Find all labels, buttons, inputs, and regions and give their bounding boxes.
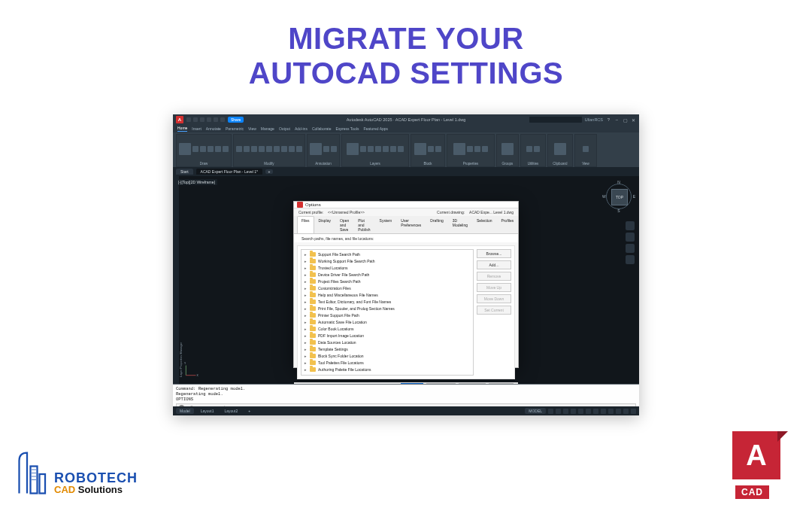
expand-icon[interactable]: ▸	[303, 272, 308, 277]
viewcube-face[interactable]: TOP	[611, 189, 628, 205]
tool-icon[interactable]	[414, 143, 426, 155]
tool-icon[interactable]	[266, 146, 272, 152]
expand-icon[interactable]: ▸	[303, 313, 308, 318]
layout-tab[interactable]: Layout2	[220, 408, 241, 414]
tool-icon[interactable]	[383, 146, 389, 152]
expand-icon[interactable]: ▸	[303, 347, 308, 351]
viewcube-n[interactable]: N	[617, 180, 620, 184]
viewcube-s[interactable]: S	[617, 208, 620, 213]
browse-button[interactable]: Browse...	[477, 249, 511, 258]
tree-item[interactable]: ▸Project Files Search Path	[303, 278, 471, 285]
ribbon-tab[interactable]: Manage	[261, 126, 274, 131]
tree-item[interactable]: ▸Text Editor, Dictionary, and Font File …	[303, 299, 471, 306]
status-icon[interactable]	[593, 409, 598, 414]
ribbon-tab[interactable]: Annotate	[206, 126, 221, 131]
expand-icon[interactable]: ▸	[303, 300, 308, 304]
expand-icon[interactable]: ▸	[303, 286, 308, 291]
status-icon[interactable]	[548, 409, 553, 414]
tool-icon[interactable]	[467, 146, 473, 152]
tool-icon[interactable]	[428, 146, 434, 152]
cancel-button[interactable]: Cancel	[426, 383, 456, 384]
help-button[interactable]: Help	[489, 383, 514, 384]
tool-icon[interactable]	[289, 146, 295, 152]
tool-icon[interactable]	[208, 146, 214, 152]
tool-icon[interactable]	[398, 146, 404, 152]
tree-item[interactable]: ▸Working Support File Search Path	[303, 258, 471, 265]
viewcube[interactable]: N S E W TOP	[606, 184, 632, 217]
model-button[interactable]: MODEL	[525, 408, 546, 414]
nav-icon[interactable]	[626, 221, 635, 230]
tool-icon[interactable]	[390, 146, 396, 152]
tree-item[interactable]: ▸Printer Support File Path	[303, 312, 471, 319]
doc-tab-start[interactable]: Start	[176, 169, 193, 175]
ribbon-tab[interactable]: Featured Apps	[364, 126, 389, 131]
tool-icon[interactable]	[347, 143, 359, 155]
expand-icon[interactable]: ▸	[303, 279, 308, 284]
tool-icon[interactable]	[534, 146, 540, 152]
tool-icon[interactable]	[259, 146, 265, 152]
doc-tab-active[interactable]: ACAD Expert Floor Plan - Level 1*	[196, 169, 262, 175]
status-icon[interactable]	[578, 409, 583, 414]
tree-item[interactable]: ▸Template Settings	[303, 346, 471, 353]
expand-icon[interactable]: ▸	[303, 259, 308, 263]
status-icon[interactable]	[586, 409, 591, 414]
ribbon-tab[interactable]: Parametric	[226, 126, 244, 131]
tool-icon[interactable]	[179, 143, 191, 155]
options-tab[interactable]: 3D Modeling	[448, 216, 472, 233]
status-icon[interactable]	[556, 409, 561, 414]
expand-icon[interactable]: ▸	[303, 266, 308, 270]
tool-icon[interactable]	[251, 146, 257, 152]
tree-item[interactable]: ▸Block Sync Folder Location	[303, 353, 471, 360]
moveup-button[interactable]: Move Up	[477, 283, 511, 292]
tool-icon[interactable]	[375, 146, 381, 152]
options-tab[interactable]: Display	[314, 216, 335, 233]
movedown-button[interactable]: Move Down	[477, 294, 511, 303]
tool-icon[interactable]	[435, 146, 441, 152]
tool-icon[interactable]	[583, 146, 589, 152]
tree-item[interactable]: ▸PDF Import Image Location	[303, 333, 471, 339]
tool-icon[interactable]	[360, 146, 366, 152]
qat-icon[interactable]	[220, 117, 225, 122]
tool-icon[interactable]	[274, 146, 280, 152]
tool-icon[interactable]	[501, 143, 514, 155]
tree-item[interactable]: ▸Data Sources Location	[303, 339, 471, 346]
setcurrent-button[interactable]: Set Current	[477, 306, 511, 315]
tool-icon[interactable]	[331, 146, 337, 152]
options-tab[interactable]: User Preferences	[396, 216, 426, 233]
tree-item[interactable]: ▸Help and Miscellaneous File Names	[303, 292, 471, 299]
qat-icon[interactable]	[200, 117, 205, 122]
layout-add[interactable]: +	[244, 408, 254, 414]
options-tab[interactable]: Plot and Publish	[353, 216, 374, 233]
options-tab[interactable]: Files	[297, 216, 314, 233]
layer-palette-collapsed[interactable]: Layer Properties Manager	[173, 176, 179, 384]
apply-button[interactable]: Apply	[459, 383, 486, 384]
expand-icon[interactable]: ▸	[303, 367, 308, 372]
tool-icon[interactable]	[296, 146, 302, 152]
nav-icon[interactable]	[626, 255, 635, 264]
qat-icon[interactable]	[214, 117, 218, 122]
tool-icon[interactable]	[310, 143, 322, 155]
status-icon[interactable]	[601, 409, 606, 414]
options-tab[interactable]: Open and Save	[335, 216, 353, 233]
options-tab[interactable]: Profiles	[497, 216, 519, 233]
layout-tab[interactable]: Layout1	[197, 408, 218, 414]
tool-icon[interactable]	[474, 146, 480, 152]
remove-button[interactable]: Remove	[477, 272, 511, 281]
tool-icon[interactable]	[192, 146, 198, 152]
tool-icon[interactable]	[526, 146, 532, 152]
nav-icon[interactable]	[626, 244, 635, 253]
tool-icon[interactable]	[482, 146, 488, 152]
ok-button[interactable]: OK	[401, 383, 423, 384]
viewport-tag[interactable]: [-][Top][2D Wireframe]	[176, 179, 217, 185]
tree-item[interactable]: ▸Trusted Locations	[303, 265, 471, 272]
tree-item[interactable]: ▸Authoring Palette File Locations	[303, 367, 471, 373]
tool-icon[interactable]	[236, 146, 242, 152]
maximize-icon[interactable]: ▢	[623, 117, 628, 123]
status-icon[interactable]	[631, 409, 636, 414]
viewcube-w[interactable]: W	[602, 194, 606, 199]
drawing-canvas[interactable]: Layer Properties Manager [-][Top][2D Wir…	[173, 176, 639, 384]
share-button[interactable]: Share	[228, 117, 244, 123]
tree-item[interactable]: ▸Print File, Spooler, and Prolog Section…	[303, 306, 471, 312]
tool-icon[interactable]	[368, 146, 374, 152]
ribbon-tab[interactable]: Output	[279, 126, 290, 131]
